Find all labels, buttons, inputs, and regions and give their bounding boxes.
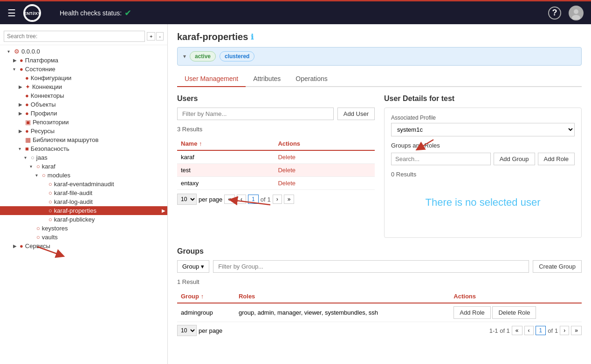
search-input[interactable] [4, 31, 145, 42]
groups-last-page-btn[interactable]: » [571, 326, 582, 335]
health-check-icon: ✔ [124, 8, 131, 18]
groups-first-page-btn[interactable]: « [512, 326, 522, 335]
groups-roles-label: Groups and Roles [391, 142, 575, 149]
group-filter-input[interactable] [213, 260, 529, 273]
tree-label: Платформа [25, 57, 58, 64]
create-group-button[interactable]: Create Group [533, 260, 582, 273]
page-title: karaf-properties ℹ [177, 32, 582, 42]
tree-item-root[interactable]: ▾ ⚙ 0.0.0.0 [0, 47, 167, 56]
group-dropdown-btn[interactable]: Group ▾ [177, 260, 209, 273]
tree-label: modules [48, 172, 70, 179]
tree-item-karaf-properties[interactable]: ○ karaf-properties ▶ [0, 206, 167, 215]
toggle-icon: ▾ [19, 146, 25, 151]
tree-item-connectors[interactable]: ● Коннекторы [0, 91, 167, 100]
delete-test-btn[interactable]: Delete [278, 167, 296, 174]
tree-item-profiles[interactable]: ▶ ● Профили [0, 109, 167, 118]
page-title-text: karaf-properties [177, 32, 248, 42]
tree-item-security[interactable]: ▾ ■ Безопасность [0, 144, 167, 153]
profile-select[interactable]: system1c system1 default [391, 123, 575, 136]
tree-label: Коннекторы [31, 92, 64, 99]
tree-item-resources[interactable]: ▶ ● Ресурсы [0, 127, 167, 135]
two-column-layout: Users Add User 3 Results Name ↑ Actions [177, 94, 582, 238]
table-row[interactable]: admingroup group, admin, manager, viewer… [177, 303, 582, 322]
add-role-to-group-btn[interactable]: Add Role [454, 306, 490, 319]
tree-item-modules[interactable]: ▾ ○ modules [0, 171, 167, 180]
tree-label: Репозитории [33, 119, 69, 126]
groups-page-of-label: of [548, 327, 553, 334]
tree-item-state[interactable]: ▾ ● Состояние [0, 65, 167, 74]
delete-role-btn[interactable]: Delete Role [492, 306, 536, 319]
tree-item-repos[interactable]: ▣ Репозитории [0, 118, 167, 127]
karaf-file-icon: ○ [48, 189, 52, 196]
tree-item-services[interactable]: ▶ ● Сервисы [0, 242, 167, 250]
users-results-count: 3 Results [177, 124, 375, 135]
search-tree-wrap: + - [0, 28, 167, 45]
prev-page-btn[interactable]: ‹ [237, 195, 246, 204]
tree-item-configs[interactable]: ● Конфигурации [0, 74, 167, 82]
tree-item-vaults[interactable]: ○ vaults [0, 233, 167, 242]
tree-item-karaf-file[interactable]: ○ karaf-file-audit [0, 189, 167, 197]
expand-all-btn[interactable]: + [147, 32, 155, 40]
tab-attributes[interactable]: Attributes [246, 71, 288, 87]
tree-item-karaf-publickey[interactable]: ○ karaf-publickey [0, 215, 167, 224]
table-row[interactable]: entaxy Delete [177, 177, 375, 190]
cell-roles: group, admin, manager, viewer, systembun… [235, 303, 450, 322]
last-page-btn[interactable]: » [284, 195, 295, 204]
tree-item-karaf-log[interactable]: ○ karaf-log-audit [0, 197, 167, 206]
table-row[interactable]: karaf Delete [177, 150, 375, 164]
tree-label: Объекты [31, 101, 56, 108]
health-check-status: Health checks status: ✔ [60, 8, 548, 18]
hamburger-icon[interactable]: ☰ [7, 7, 16, 19]
tab-user-management[interactable]: User Management [177, 71, 246, 87]
tree-item-karaf-event[interactable]: ○ karaf-eventadminaudit [0, 180, 167, 189]
help-icon[interactable]: ? [548, 7, 561, 20]
next-page-btn[interactable]: › [273, 195, 282, 204]
table-row[interactable]: test Delete [177, 164, 375, 177]
karaf-props-icon: ○ [48, 207, 52, 214]
users-filter-input[interactable] [177, 108, 334, 120]
delete-entaxy-btn[interactable]: Delete [278, 180, 296, 187]
connections-icon: ✦ [25, 83, 30, 90]
groups-next-page-btn[interactable]: › [560, 326, 569, 335]
current-page: 1 [248, 195, 259, 204]
delete-karaf-btn[interactable]: Delete [278, 154, 296, 161]
groups-table: Group ↑ Roles Actions admingroup group, … [177, 290, 582, 322]
tree-item-jaas[interactable]: ▾ ○ jaas [0, 153, 167, 162]
health-label: Health checks status: [60, 9, 122, 17]
tree-item-routelibs[interactable]: ▦ Библиотеки маршрутов [0, 135, 167, 144]
add-group-button[interactable]: Add Group [494, 153, 535, 165]
users-column: Users Add User 3 Results Name ↑ Actions [177, 94, 375, 238]
collapse-all-btn[interactable]: - [156, 32, 164, 40]
cell-action: Delete [274, 177, 375, 190]
add-role-button[interactable]: Add Role [538, 153, 575, 165]
tree-item-objects[interactable]: ▶ ● Объекты [0, 100, 167, 109]
chevron-btn[interactable]: ▾ [183, 53, 186, 60]
users-pagination: 10 25 50 per page « ‹ 1 of 1 › » [177, 194, 375, 205]
tree-expand-btns: + - [147, 32, 164, 40]
groups-section-title: Groups [177, 247, 582, 256]
groups-per-page-select[interactable]: 10 25 50 [177, 325, 197, 336]
repos-icon: ▣ [25, 119, 31, 126]
karaf-log-icon: ○ [48, 198, 52, 205]
karaf-pubkey-icon: ○ [48, 216, 52, 223]
tab-operations[interactable]: Operations [288, 71, 335, 87]
user-avatar[interactable] [569, 6, 584, 20]
tree-item-platform[interactable]: ▶ ● Платформа [0, 56, 167, 65]
users-filter-row: Add User [177, 108, 375, 120]
col-group-label: Group [181, 293, 199, 300]
groups-prev-page-btn[interactable]: ‹ [524, 326, 534, 335]
badge-active: active [190, 51, 216, 61]
first-page-btn[interactable]: « [224, 195, 235, 204]
tree-item-keystores[interactable]: ○ keystores [0, 224, 167, 233]
root-icon: ⚙ [14, 48, 20, 55]
user-details-box: Associated Profile system1c system1 defa… [384, 108, 582, 238]
add-user-button[interactable]: Add User [337, 108, 375, 120]
col-name[interactable]: Name ↑ [177, 137, 274, 150]
col-actions: Actions [274, 137, 375, 150]
tree-item-karaf[interactable]: ▾ ○ karaf [0, 162, 167, 171]
groups-search-input[interactable] [391, 153, 491, 165]
col-group[interactable]: Group ↑ [177, 290, 235, 303]
per-page-select[interactable]: 10 25 50 [177, 194, 197, 205]
tree-item-connections[interactable]: ▶ ✦ Коннекции [0, 82, 167, 91]
connectors-icon: ● [25, 92, 29, 99]
